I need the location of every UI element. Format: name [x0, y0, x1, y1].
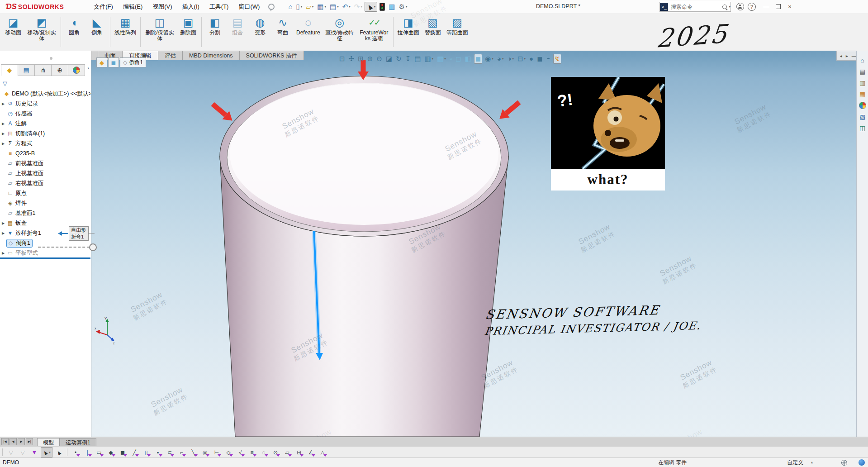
- move-copy-body-button[interactable]: ◩移动/复制实体: [24, 13, 59, 51]
- instant3d-icon[interactable]: ↯: [553, 54, 562, 64]
- print-icon-caret[interactable]: ▾: [337, 5, 339, 9]
- taskpane-file-explorer-icon[interactable]: ▦: [859, 88, 865, 100]
- breadcrumb-body-icon[interactable]: ◼: [108, 57, 119, 67]
- camera-icon[interactable]: ◓: [545, 54, 551, 63]
- fillet-button[interactable]: ◖圆角: [63, 13, 85, 51]
- account-icon[interactable]: [736, 3, 744, 10]
- filter-vertices-icon[interactable]: ▪: [152, 448, 163, 457]
- filter-grids-icon[interactable]: ⊞: [294, 448, 304, 457]
- zoom-to-fit-icon[interactable]: ⊡: [338, 54, 346, 63]
- advanced-select-icon[interactable]: ▲: [53, 448, 64, 457]
- undo-icon-caret[interactable]: ▾: [349, 5, 351, 9]
- sheet-format-icon-caret[interactable]: ▾: [432, 57, 434, 61]
- filter-bodies-icon[interactable]: ◼: [117, 448, 128, 457]
- tree-item-top-plane[interactable]: ▱上视基准面: [0, 168, 91, 178]
- options-gear-icon-caret[interactable]: ▾: [406, 5, 408, 9]
- tree-item-cut-list[interactable]: ▶▤切割清单(1): [0, 129, 91, 138]
- ambient-cube-icon[interactable]: ◼: [536, 54, 543, 63]
- save-icon[interactable]: ▦▾: [316, 2, 327, 11]
- undo-icon[interactable]: ↶▾: [341, 2, 352, 11]
- apply-scene-icon[interactable]: ◑▾: [506, 54, 515, 63]
- select-cursor-icon[interactable]: ▲▾: [365, 2, 377, 12]
- filter-planes-icon[interactable]: ▯: [141, 448, 152, 457]
- tree-item-sheet-metal-expand-icon[interactable]: ▶: [0, 221, 6, 225]
- new-file-icon[interactable]: ▯▾: [294, 2, 304, 11]
- filter-equations-icon[interactable]: √: [235, 448, 246, 457]
- zoom-to-area-icon[interactable]: ⊞: [357, 54, 365, 63]
- search-caret-icon[interactable]: ▾: [729, 5, 730, 9]
- graphics-viewport[interactable]: Y z x ⊡✣⊞⊕⊖◪↻↧▤▥▾▦▾▫◻◧◼◉▾◕▾◑▾⊟▾●◼◓↯ ◆◼◇倒…: [91, 51, 856, 437]
- new-file-icon-caret[interactable]: ▾: [301, 5, 303, 9]
- filter-triangles-icon[interactable]: △: [317, 448, 328, 457]
- tree-item-equations-expand-icon[interactable]: ▶: [0, 142, 6, 146]
- filter-lines-icon[interactable]: |: [82, 448, 93, 457]
- status-custom-text[interactable]: 自定义: [787, 458, 803, 467]
- filter-sketch-points-icon[interactable]: ◇: [223, 448, 234, 457]
- filter-surfaces-icon[interactable]: ▱: [282, 448, 293, 457]
- menu-item-4[interactable]: 工具(T): [204, 0, 234, 13]
- shaded-with-edges-icon[interactable]: ◧: [464, 54, 472, 63]
- filter-center-marks-icon[interactable]: ◎: [199, 448, 210, 457]
- redo-icon[interactable]: ↷▾: [353, 2, 364, 11]
- command-search[interactable]: >_ ▾: [659, 2, 731, 12]
- options-gear-icon[interactable]: ⚙▾: [397, 2, 408, 11]
- hide-show-items-icon[interactable]: ◉▾: [484, 54, 494, 63]
- chevron-right-icon[interactable]: ▸: [846, 53, 848, 58]
- tree-item-right-plane[interactable]: ▱右视基准面: [0, 178, 91, 188]
- pin-menu-icon[interactable]: [268, 4, 275, 10]
- breadcrumb-chamfer-chip[interactable]: ◇倒角1: [120, 57, 146, 67]
- filter-loops-icon[interactable]: ⊂: [164, 448, 175, 457]
- menu-item-2[interactable]: 视图(V): [147, 0, 177, 13]
- search-magnifier-icon[interactable]: [722, 5, 727, 9]
- minimize-button[interactable]: —: [760, 0, 772, 13]
- deform-button[interactable]: ◍变形: [249, 13, 271, 51]
- filter-rectangles-icon[interactable]: ▭: [94, 448, 104, 457]
- edit-appearance-icon[interactable]: ◕▾: [496, 54, 505, 63]
- minimize-doc-icon[interactable]: —: [852, 53, 856, 58]
- replace-face-button[interactable]: ▧替换面: [422, 13, 444, 51]
- tree-filter-row[interactable]: ▽: [3, 79, 7, 88]
- menu-item-0[interactable]: 文件(F): [89, 0, 118, 13]
- view-orientation-icon-caret[interactable]: ▾: [444, 57, 446, 61]
- traffic-light-icon[interactable]: [378, 2, 386, 12]
- select-tool-icon[interactable]: ▲▾: [41, 447, 52, 457]
- rollback-drag-handle[interactable]: [89, 243, 97, 251]
- split-button[interactable]: ◧分割: [204, 13, 226, 51]
- shaded-icon[interactable]: ◼: [474, 54, 482, 64]
- tree-item-front-plane[interactable]: ▱前视基准面: [0, 158, 91, 168]
- status-custom-caret-icon[interactable]: ▴: [811, 458, 813, 467]
- filter-angles-icon[interactable]: ∠: [305, 448, 316, 457]
- tree-item-weldment[interactable]: ◈焊件: [0, 198, 91, 208]
- propertymanager-tab[interactable]: ▤: [18, 64, 35, 76]
- rotate-view-icon[interactable]: ↻: [395, 54, 403, 63]
- defeature-button[interactable]: ◌Defeature: [294, 13, 323, 51]
- open-file-icon-caret[interactable]: ▾: [312, 5, 314, 9]
- tree-item-material[interactable]: ≡Q235-B: [0, 148, 91, 158]
- delete-face-button[interactable]: ▣删除面: [177, 13, 199, 51]
- move-face-button[interactable]: ◪移动面: [2, 13, 24, 51]
- panel-expand-icon[interactable]: ›: [87, 65, 89, 71]
- zoom-in-out-icon[interactable]: ⊕: [366, 54, 374, 63]
- save-icon-caret[interactable]: ▾: [324, 5, 326, 9]
- close-button[interactable]: ×: [784, 0, 796, 13]
- section-view-icon[interactable]: ◪: [385, 54, 393, 63]
- taskpane-design-library-icon[interactable]: ▥: [859, 77, 865, 88]
- home-icon[interactable]: ⌂: [287, 2, 294, 11]
- linear-pattern-button[interactable]: ▦线性阵列: [112, 13, 138, 51]
- redo-icon-caret[interactable]: ▾: [360, 5, 362, 9]
- featureworks-options-button[interactable]: ✓✓FeatureWorks 选项: [357, 13, 391, 51]
- tree-item-cut-list-expand-icon[interactable]: ▶: [0, 132, 6, 136]
- cylinder-opening-face[interactable]: [230, 83, 498, 225]
- help-icon[interactable]: ?: [748, 3, 756, 11]
- filter-points-icon[interactable]: •: [70, 448, 81, 457]
- configurationmanager-tab[interactable]: ⋔: [35, 64, 52, 76]
- chamfer-button[interactable]: ◣倒角: [85, 13, 108, 51]
- cm-tab-7[interactable]: MBD Dimensions: [183, 51, 240, 60]
- cm-tab-6[interactable]: 评估: [158, 51, 183, 60]
- freeze-bar[interactable]: [0, 257, 90, 259]
- find-modify-feature-button[interactable]: ◎查找/修改特征: [323, 13, 357, 51]
- tree-item-flat-pattern[interactable]: ▶▭平板型式: [0, 248, 91, 258]
- model-tab[interactable]: 模型: [37, 438, 60, 447]
- view-settings-icon-caret[interactable]: ▾: [524, 57, 526, 61]
- offset-surface-button[interactable]: ▨等距曲面: [444, 13, 470, 51]
